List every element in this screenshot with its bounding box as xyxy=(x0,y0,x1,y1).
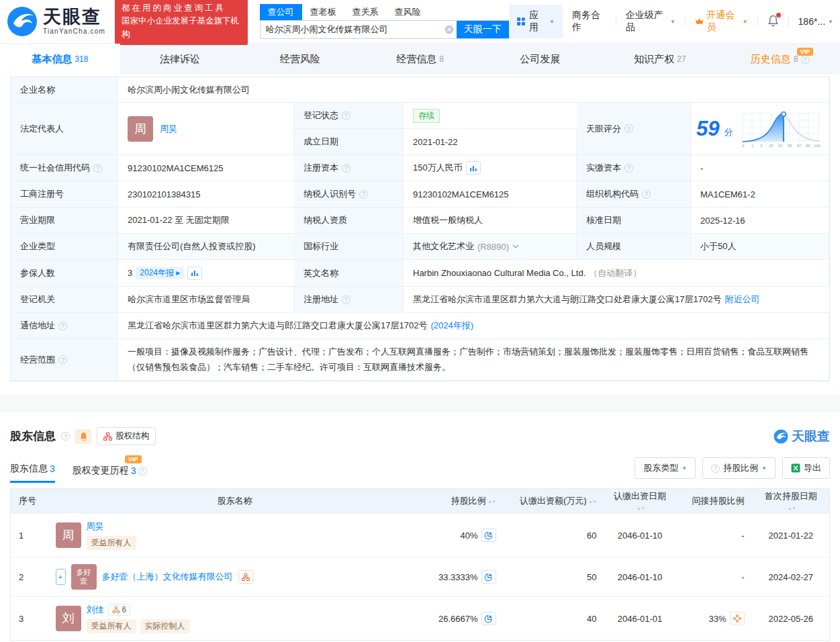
chevron-down-icon xyxy=(512,244,519,248)
related-companies-badge[interactable]: 6 xyxy=(108,604,131,616)
table-row: 3 刘 刘佳 6 xyxy=(11,597,830,641)
tab-legal-proceedings[interactable]: 法律诉讼 xyxy=(120,44,240,75)
beneficial-owner-badge: 受益所有人 xyxy=(87,536,136,550)
nearby-companies-link[interactable]: 附近公司 xyxy=(725,293,759,306)
indirect-path-icon[interactable] xyxy=(730,612,745,625)
tianyancha-watermark: 天眼查 xyxy=(774,428,830,445)
capital-chart-icon[interactable] xyxy=(466,161,481,175)
score-value: 59 xyxy=(696,117,719,141)
col-date[interactable]: 认缴出资日期▲▼ xyxy=(605,489,675,514)
field-label: 工商注册号 xyxy=(11,181,118,208)
chevron-down-icon: ▼ xyxy=(743,19,748,25)
help-icon[interactable]: ? xyxy=(93,164,102,173)
help-icon[interactable]: ? xyxy=(342,111,351,120)
help-icon[interactable]: ? xyxy=(801,55,810,64)
tianyan-score-cell[interactable]: 59 分 01 315 5085 9799 100 xyxy=(691,103,829,155)
shareholder-type-filter[interactable]: 股东类型 ▼ xyxy=(635,457,696,479)
reg-address-value: 黑龙江省哈尔滨市道里区群力第六大道与朗江路交口处君康大厦公寓17层1702号 附… xyxy=(404,287,829,313)
nav-business-coop[interactable]: 商务合作 xyxy=(572,9,606,34)
col-shareholder-name: 股东名称 xyxy=(48,489,422,514)
score-curve-chart: 01 315 5085 9799 100 xyxy=(740,108,822,150)
beneficial-owner-badge: 受益所有人 xyxy=(87,619,136,633)
date-value: 2046-01-10 xyxy=(605,514,675,557)
search-button[interactable]: 天眼一下 xyxy=(457,21,509,38)
indirect-value: 33% xyxy=(708,614,726,624)
tianyancha-logo[interactable]: 天眼查 TianYanCha.com xyxy=(7,6,105,37)
help-icon[interactable]: ? xyxy=(342,295,351,304)
help-icon[interactable]: ? xyxy=(58,355,67,364)
shareholder-link[interactable]: 周昊 xyxy=(87,521,104,531)
clear-search-icon[interactable] xyxy=(442,21,457,38)
first-date-value: 2021-01-22 xyxy=(753,514,830,557)
tab-operation-info[interactable]: 经营信息8 xyxy=(360,44,480,75)
help-icon[interactable]: ? xyxy=(642,190,651,199)
tab-shareholder-info[interactable]: 股东信息 3 xyxy=(10,463,55,483)
field-label: 成立日期 xyxy=(294,129,404,155)
actual-controller-badge: 实际控制人 xyxy=(140,619,190,633)
field-label: 实缴资本? xyxy=(577,155,691,181)
industry-value[interactable]: 其他文化艺术业 (R8890) xyxy=(404,234,577,260)
user-account-menu[interactable]: 186*... ▼ xyxy=(798,16,833,27)
annual-report-link[interactable]: (2024年报) xyxy=(430,320,473,332)
holding-ratio-filter[interactable]: ? 持股比例 ▼ xyxy=(702,457,776,479)
search-tab-boss[interactable]: 查老板 xyxy=(302,4,344,20)
tianyancha-logo-icon xyxy=(774,429,788,444)
avatar: 刘 xyxy=(56,606,81,631)
pie-chart-icon[interactable] xyxy=(481,570,496,584)
tab-history-info[interactable]: VIP 历史信息8 ? xyxy=(720,44,840,75)
legal-rep-link[interactable]: 周昊 xyxy=(160,123,177,135)
col-ratio[interactable]: 持股比例▲▼ xyxy=(422,489,504,514)
search-tab-company[interactable]: 查公司 xyxy=(260,4,302,20)
tab-equity-change-history[interactable]: VIP 股权变更历程 3 ? xyxy=(73,465,147,483)
nav-open-vip[interactable]: 开通会员 ▼ xyxy=(695,9,748,34)
search-tab-risk[interactable]: 查风险 xyxy=(387,4,429,20)
col-amount[interactable]: 认缴出资额(万元)▲▼ xyxy=(504,489,605,514)
nav-enterprise-products[interactable]: 企业级产品 ▼ xyxy=(626,9,675,34)
org-code-value: MA1CEM61-2 xyxy=(691,181,829,208)
pie-chart-icon[interactable] xyxy=(481,529,496,542)
help-icon[interactable]: ? xyxy=(61,432,70,441)
credit-code-value: 91230102MA1CEM6125 xyxy=(118,155,294,181)
shareholder-link[interactable]: 多好壹（上海）文化传媒有限公司 xyxy=(102,571,233,583)
help-icon[interactable]: ? xyxy=(624,164,633,173)
field-label: 统一社会信用代码? xyxy=(11,155,118,181)
pie-chart-icon[interactable] xyxy=(481,612,496,625)
equity-structure-button[interactable]: 股权结构 xyxy=(97,427,156,445)
sort-icon: ▲▼ xyxy=(788,507,796,510)
promo-line1: 都在用的商业查询工具 xyxy=(122,2,241,15)
expand-row-button[interactable]: + xyxy=(56,569,66,585)
help-icon[interactable]: ? xyxy=(342,164,351,173)
help-icon[interactable]: ? xyxy=(58,322,67,330)
tab-intellectual-property[interactable]: 知识产权27 xyxy=(600,44,720,75)
help-icon: ? xyxy=(711,464,720,473)
section-divider xyxy=(0,395,840,412)
field-label: 经营范围? xyxy=(11,339,118,381)
search-tab-relation[interactable]: 查关系 xyxy=(344,4,387,20)
date-value: 2046-01-01 xyxy=(605,597,675,641)
apps-label: 应用 xyxy=(529,9,545,34)
field-label: 登记状态? xyxy=(294,103,404,129)
chevron-down-icon: ▼ xyxy=(682,465,687,471)
avatar: 周 xyxy=(56,522,81,548)
tab-operation-risk[interactable]: 经营风险 xyxy=(240,44,360,75)
help-icon[interactable]: ? xyxy=(359,190,368,199)
svg-text:99: 99 xyxy=(806,144,810,148)
row-index: 2 xyxy=(11,557,48,597)
notifications-bell[interactable] xyxy=(767,15,779,29)
equity-structure-icon[interactable] xyxy=(238,570,253,584)
insured-chart-icon[interactable] xyxy=(187,267,202,280)
help-icon[interactable]: ? xyxy=(624,124,633,133)
col-first-date[interactable]: 首次持股日期▲▼ xyxy=(753,489,830,514)
annual-report-badge[interactable]: 2024年报 ▸ xyxy=(136,267,184,279)
field-label: 企业类型 xyxy=(11,234,118,260)
export-button[interactable]: 导出 xyxy=(782,457,830,479)
shareholder-link[interactable]: 刘佳 xyxy=(87,604,104,616)
tab-basic-info[interactable]: 基本信息318 xyxy=(0,44,120,75)
help-icon[interactable]: ? xyxy=(138,467,147,475)
field-label: 国标行业 xyxy=(294,234,404,260)
monitor-bell-button[interactable] xyxy=(75,429,91,444)
sort-icon: ▲▼ xyxy=(488,500,496,504)
apps-menu-button[interactable]: 应用 ▼ xyxy=(509,5,563,38)
search-input[interactable]: 哈尔滨周小闹文化传媒有限公司 xyxy=(261,21,442,38)
tab-company-development[interactable]: 公司发展 xyxy=(480,44,600,75)
